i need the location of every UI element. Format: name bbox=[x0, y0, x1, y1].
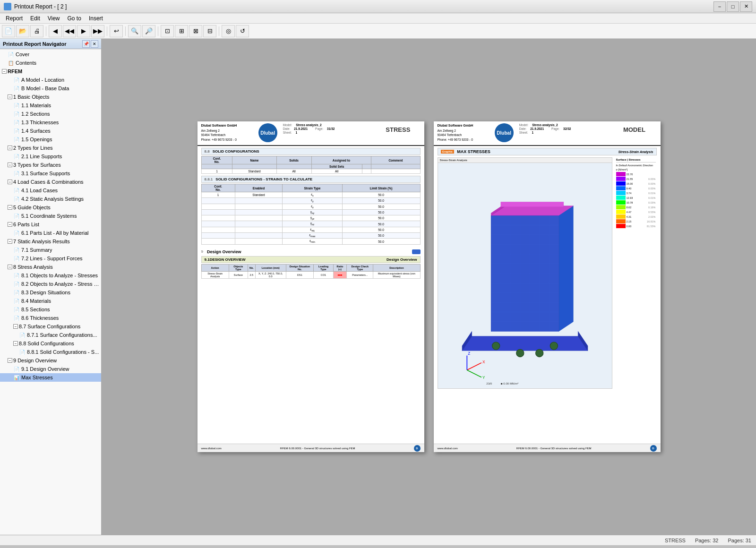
nav-item-parts-list[interactable]: − 6 Parts List bbox=[0, 220, 101, 229]
nav-item-objects-stress-r[interactable]: 📄 8.2 Objects to Analyze - Stress R... bbox=[0, 280, 101, 288]
nav-item-types-surfaces[interactable]: − 3 Types for Surfaces bbox=[0, 161, 101, 169]
nav-item-rfem[interactable]: − RFEM bbox=[0, 67, 101, 76]
nav-item-objects-stresses[interactable]: 📄 8.1 Objects to Analyze - Stresses bbox=[0, 271, 101, 280]
load-cases-expand: − bbox=[8, 180, 12, 184]
nav-item-contents[interactable]: 📋 Contents bbox=[0, 59, 101, 67]
legend-val-0: 22.70 bbox=[627, 173, 633, 176]
footer-rfem-right: RFEM 6.00.0001 - General 3D structures s… bbox=[516, 447, 592, 450]
design-overview-table: Action Objects Type No. Location (mm) De… bbox=[201, 264, 421, 279]
svg-marker-4 bbox=[558, 206, 573, 332]
page-left-footer: www.dlubal.com RFEM 6.00.0001 - General … bbox=[198, 444, 424, 452]
menu-report[interactable]: Report bbox=[2, 14, 26, 23]
navigator-float-button[interactable]: 📌 bbox=[82, 40, 90, 48]
design-overview-sub-icon: 📄 bbox=[13, 366, 20, 372]
legend-pct-6: 0.03% bbox=[648, 201, 656, 204]
nav-item-cover[interactable]: 📄 Cover bbox=[0, 50, 101, 59]
surface-configs-expand: − bbox=[13, 324, 18, 329]
tb-options[interactable]: ◎ bbox=[222, 25, 235, 37]
nav-item-solid-configs-sub[interactable]: 📄 8.8.1 Solid Configurations - S... bbox=[0, 348, 101, 356]
col-enabled: Enabled bbox=[235, 184, 283, 192]
tb-two-page[interactable]: ⊠ bbox=[189, 25, 202, 37]
tb-refresh[interactable]: ↺ bbox=[236, 25, 249, 37]
tb-prev-arrow[interactable]: ◀ bbox=[49, 25, 62, 37]
tb-fit-page[interactable]: ⊡ bbox=[161, 25, 174, 37]
nav-item-surface-configs-sub[interactable]: 📄 8.7.1 Surface Configurations... bbox=[0, 331, 101, 339]
toolbar: 📄 📂 🖨 ◀ ◀◀ ▶ ▶▶ ↩ 🔍 🔎 ⊡ ⊞ ⊠ ⊟ ◎ ↺ bbox=[0, 24, 756, 39]
nav-item-materials[interactable]: 📄 1.1 Materials bbox=[0, 101, 101, 110]
company-phone-right: Phone: +49 9673 9203 - 0 bbox=[438, 137, 491, 142]
nav-item-static-analysis[interactable]: 📄 4.2 Static Analysis Settings bbox=[0, 195, 101, 203]
sections-8-icon: 📄 bbox=[13, 306, 20, 313]
nav-item-parts-all[interactable]: 📄 6.1 Parts List - All by Material bbox=[0, 229, 101, 237]
menu-goto[interactable]: Go to bbox=[64, 14, 85, 23]
nav-item-materials-8[interactable]: 📄 8.4 Materials bbox=[0, 297, 101, 305]
nav-item-thicknesses[interactable]: 📄 1.3 Thicknesses bbox=[0, 118, 101, 127]
nav-item-sections[interactable]: 📄 1.2 Sections bbox=[0, 110, 101, 118]
company-info-right: Dlubal Software GmbH Am Zellweg 2 93464 … bbox=[438, 123, 491, 143]
tb-new[interactable]: 📄 bbox=[2, 25, 15, 37]
page-meta-right: Model:Stress analysis_2 Date:21.9.2021Pa… bbox=[517, 123, 609, 143]
nav-item-sections-8[interactable]: 📄 8.5 Sections bbox=[0, 305, 101, 314]
minimize-button[interactable]: − bbox=[713, 1, 726, 12]
tb-next-arrow[interactable]: ▶ bbox=[77, 25, 90, 37]
nav-item-openings[interactable]: 📄 1.5 Openings bbox=[0, 135, 101, 144]
nav-item-surfaces[interactable]: 📄 1.4 Surfaces bbox=[0, 127, 101, 135]
strains-table: Conf.No. Enabled Strain Type Limit Strai… bbox=[201, 184, 421, 245]
svg-marker-0 bbox=[462, 336, 588, 351]
nav-item-model-base[interactable]: 📄 B Model - Base Data bbox=[0, 84, 101, 93]
footer-url-right: www.dlubal.com bbox=[438, 447, 458, 450]
nav-item-coord-systems[interactable]: 📄 5.1 Coordinate Systems bbox=[0, 212, 101, 220]
legend-val-11: 0.00 bbox=[627, 225, 632, 228]
menu-view[interactable]: View bbox=[44, 14, 64, 23]
types-lines-expand: − bbox=[8, 146, 12, 150]
nav-item-summary[interactable]: 📄 7.1 Summary bbox=[0, 246, 101, 254]
objects-stress-r-icon: 📄 bbox=[13, 281, 20, 287]
navigator-title: Printout Report Navigator 📌 ✕ bbox=[0, 39, 101, 49]
footer-logo-left: D bbox=[414, 445, 421, 452]
design-overview-title: DESIGN OVERVIEW bbox=[210, 257, 246, 262]
nav-item-stress-analysis[interactable]: − 8 Stress Analysis bbox=[0, 263, 101, 271]
nav-item-design-overview-sub[interactable]: 📄 9.1 Design Overview bbox=[0, 365, 101, 373]
navigator-close-button[interactable]: ✕ bbox=[91, 40, 98, 48]
toolbar-sep-1 bbox=[46, 26, 46, 36]
nav-item-model-location[interactable]: 📄 A Model - Location bbox=[0, 76, 101, 84]
company-city-left: 93464 Tiefenbach bbox=[201, 133, 255, 137]
tb-first[interactable]: ◀◀ bbox=[63, 25, 76, 37]
nav-item-lines-support[interactable]: 📄 7.2 Lines - Support Forces bbox=[0, 254, 101, 263]
nav-item-design-situations[interactable]: 📄 8.3 Design Situations bbox=[0, 288, 101, 297]
model-base-icon: 📄 bbox=[13, 85, 20, 92]
company-phone-left: Phone: +49 9673 9203 - 0 bbox=[201, 137, 255, 142]
menu-insert[interactable]: Insert bbox=[85, 14, 107, 23]
tb-fit-width[interactable]: ⊞ bbox=[175, 25, 188, 37]
nav-item-surface-configs[interactable]: − 8.7 Surface Configurations bbox=[0, 322, 101, 331]
maximize-button[interactable]: □ bbox=[727, 1, 739, 12]
legend-pct-3: 0.00% bbox=[648, 187, 656, 190]
close-button[interactable]: ✕ bbox=[740, 1, 752, 12]
nav-item-solid-configs[interactable]: − 8.8 Solid Configurations bbox=[0, 339, 101, 348]
nav-item-static-results[interactable]: − 7 Static Analysis Results bbox=[0, 237, 101, 246]
nav-item-line-supports[interactable]: 📄 2.1 Line Supports bbox=[0, 152, 101, 161]
tb-back[interactable]: ↩ bbox=[110, 25, 123, 37]
tb-last[interactable]: ▶▶ bbox=[91, 25, 104, 37]
nav-item-basic-objects[interactable]: − 1 Basic Objects bbox=[0, 93, 101, 101]
nav-item-surface-supports[interactable]: 📄 3.1 Surface Supports bbox=[0, 169, 101, 178]
footer-rfem-left: RFEM 6.00.0001 - General 3D structures s… bbox=[280, 447, 355, 450]
nav-item-thicknesses-8[interactable]: 📄 8.6 Thicknesses bbox=[0, 314, 101, 322]
nav-item-design-overview[interactable]: − 9 Design Overview bbox=[0, 356, 101, 365]
tb-multi-page[interactable]: ⊟ bbox=[203, 25, 216, 37]
nav-item-types-lines[interactable]: − 2 Types for Lines bbox=[0, 144, 101, 152]
tb-zoom-out[interactable]: 🔍 bbox=[128, 25, 141, 37]
menu-edit[interactable]: Edit bbox=[26, 14, 44, 23]
nav-item-load-cases[interactable]: − 4 Load Cases & Combinations bbox=[0, 178, 101, 186]
stress-legend: Surface | Stresses In Default Axonometri… bbox=[615, 157, 657, 389]
company-name-right: Dlubal Software GmbH bbox=[438, 123, 491, 128]
nav-item-load-cases-sub[interactable]: 📄 4.1 Load Cases bbox=[0, 186, 101, 195]
nav-item-max-stresses[interactable]: 📊 Max Stresses bbox=[0, 373, 101, 382]
legend-item-3: 9.40 0.00% bbox=[616, 186, 656, 190]
surface-supports-icon: 📄 bbox=[13, 170, 20, 177]
tb-zoom-in[interactable]: 🔎 bbox=[142, 25, 155, 37]
tb-open[interactable]: 📂 bbox=[16, 25, 29, 37]
tb-print[interactable]: 🖨 bbox=[30, 25, 43, 37]
legend-val-8: 4.47 bbox=[627, 211, 632, 214]
nav-item-guide-objects[interactable]: − 5 Guide Objects bbox=[0, 203, 101, 212]
